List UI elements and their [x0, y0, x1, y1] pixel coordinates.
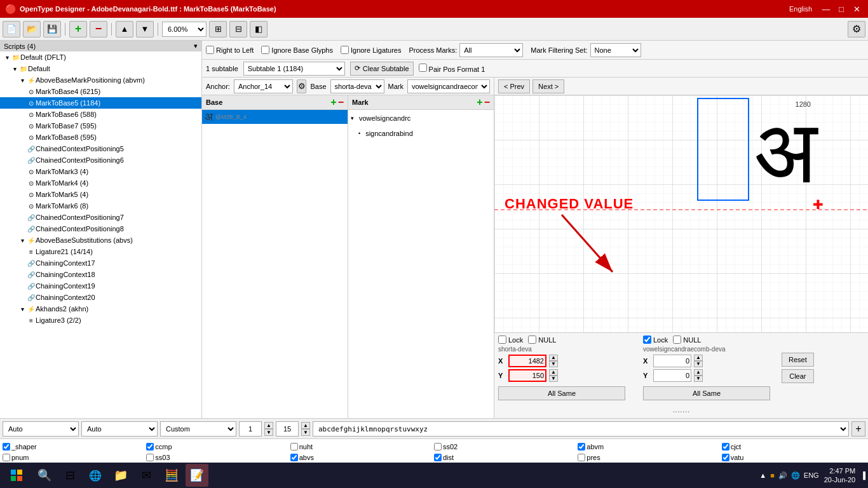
tree-scroll[interactable]: ▾ 📁 Default (DFLT) ▾ 📁 Default ▾ ⚡ Above… — [0, 51, 201, 415]
tree-item[interactable]: 🔗 ChainedContextPositioning6 — [0, 154, 201, 166]
tree-item[interactable]: ▾ 📁 Default — [0, 63, 201, 74]
all-same-mark-button[interactable]: All Same — [643, 386, 770, 400]
feature-dropdown-3[interactable]: Custom — [160, 421, 236, 437]
size-down[interactable]: ▼ — [301, 429, 310, 436]
tree-item[interactable]: 🔗 ChainedContextPositioning5 — [0, 143, 201, 154]
tree-item[interactable]: ▾ ⚡ AboveBaseMarkPositioning (abvm) — [0, 74, 201, 86]
mark-item[interactable]: ▾ vowelsigncandrc — [348, 110, 494, 126]
feat-ss02[interactable]: ss02 — [434, 442, 578, 452]
minimize-button[interactable]: — — [820, 3, 832, 15]
x-input-base[interactable]: 1482 — [508, 355, 546, 367]
x-input-mark[interactable] — [653, 355, 691, 367]
tree-item[interactable]: ≡ Ligature3 (2/2) — [0, 315, 201, 326]
mark-remove-button[interactable]: − — [484, 97, 490, 108]
x-down-base[interactable]: ▼ — [549, 361, 558, 367]
feat-ss03[interactable]: ss03 — [146, 452, 290, 463]
ignore-lig-input[interactable] — [341, 46, 349, 54]
clear-subtable-button[interactable]: ⟳ Clear Subtable — [350, 62, 414, 76]
tree-item[interactable]: ⊙ MarkToMark3 (4) — [0, 166, 201, 177]
base-col-content[interactable]: अ @M2B_B_4 — [202, 110, 348, 418]
tree-item[interactable]: ⊙ MarkToBase6 (588) — [0, 109, 201, 120]
null-base-label[interactable]: NULL — [528, 336, 556, 344]
zoom-select[interactable]: 6.00% — [162, 22, 207, 37]
taskbar-search[interactable]: 🔍 — [33, 464, 56, 487]
mark-filtering-select[interactable]: None — [590, 43, 641, 57]
tree-item[interactable]: 🔗 ChainingContext20 — [0, 292, 201, 303]
tree-item[interactable]: ⊙ MarkToBase8 (595) — [0, 132, 201, 143]
add-text-button[interactable]: + — [851, 421, 865, 437]
feature-dropdown-1[interactable]: Auto — [3, 421, 79, 437]
pair-pos-input[interactable] — [419, 64, 427, 72]
maximize-button[interactable]: □ — [835, 3, 848, 15]
feat-abvs[interactable]: abvs — [290, 452, 434, 463]
feat-nuht[interactable]: nuht — [290, 442, 434, 452]
show-desktop[interactable]: ▐ — [860, 471, 865, 479]
num-up[interactable]: ▲ — [264, 422, 273, 429]
tree-item[interactable]: ⊙ MarkToMark6 (8) — [0, 200, 201, 212]
feat-abvm[interactable]: abvm — [578, 442, 721, 452]
y-up-base[interactable]: ▲ — [549, 369, 558, 376]
feat-dist[interactable]: dist — [434, 452, 578, 463]
base-add-button[interactable]: + — [330, 97, 336, 108]
pair-pos-checkbox[interactable]: Pair Pos Format 1 — [419, 64, 485, 73]
taskbar-app[interactable]: 📝 — [186, 464, 208, 487]
mark-select[interactable]: vowelsigncandraecomb — [407, 79, 490, 93]
taskbar-task-view[interactable]: ⊟ — [58, 464, 81, 487]
right-to-left-input[interactable] — [206, 46, 214, 54]
taskbar-explorer[interactable]: 📁 — [109, 464, 132, 487]
feature-dropdown-2[interactable]: Auto — [81, 421, 158, 437]
tree-item-selected[interactable]: ⊙ MarkToBase5 (1184) — [0, 97, 201, 109]
save-button[interactable]: 💾 — [43, 21, 61, 37]
taskbar-calc[interactable]: 🧮 — [160, 464, 183, 487]
num-input[interactable] — [239, 421, 262, 437]
base-remove-button[interactable]: − — [338, 97, 344, 108]
up-button[interactable]: ▲ — [116, 21, 133, 37]
right-to-left-checkbox[interactable]: Right to Left — [206, 46, 254, 54]
null-mark-input[interactable] — [673, 336, 681, 344]
size-up[interactable]: ▲ — [301, 422, 310, 429]
taskbar-mail[interactable]: ✉ — [135, 464, 158, 487]
taskbar-edge[interactable]: 🌐 — [84, 464, 107, 487]
anchor-select[interactable]: Anchor_14 — [234, 79, 293, 93]
gear-button[interactable]: ⚙ — [848, 21, 865, 37]
feat-cjct[interactable]: cjct — [722, 442, 865, 452]
reset-button[interactable]: Reset — [782, 353, 814, 367]
feat-shaper[interactable]: _shaper — [3, 442, 146, 452]
tree-item[interactable]: ▾ ⚡ Akhands2 (akhn) — [0, 303, 201, 315]
num-down[interactable]: ▼ — [264, 429, 273, 436]
tree-item[interactable]: 🔗 ChainingContext18 — [0, 269, 201, 280]
lock-mark-input[interactable] — [643, 336, 651, 344]
x-down-mark[interactable]: ▼ — [694, 361, 703, 367]
ignore-base-glyphs-checkbox[interactable]: Ignore Base Glyphs — [261, 46, 333, 54]
tree-item[interactable]: ≡ Ligature21 (14/14) — [0, 246, 201, 257]
y-up-mark[interactable]: ▲ — [694, 369, 703, 376]
y-down-base[interactable]: ▼ — [549, 376, 558, 382]
tree-item[interactable]: ⊙ MarkToBase4 (6215) — [0, 86, 201, 97]
tree-item[interactable]: ▾ ⚡ AboveBaseSubstitutions (abvs) — [0, 234, 201, 246]
mark-item[interactable]: • signcandrabind — [348, 126, 494, 140]
tree-item[interactable]: 🔗 ChainedContextPositioning7 — [0, 212, 201, 223]
base-item[interactable]: अ @M2B_B_4 — [202, 110, 348, 124]
tree-item[interactable]: 🔗 ChainingContext19 — [0, 280, 201, 292]
null-base-input[interactable] — [528, 336, 536, 344]
next-button[interactable]: Next > — [532, 79, 564, 93]
lock-base-label[interactable]: Lock — [498, 336, 523, 344]
down-button[interactable]: ▼ — [136, 21, 154, 37]
tree-item[interactable]: 🔗 ChainedContextPositioning8 — [0, 223, 201, 234]
tree-item[interactable]: ⊙ MarkToBase7 (595) — [0, 120, 201, 132]
open-button[interactable]: 📂 — [23, 21, 41, 37]
y-input-mark[interactable] — [653, 369, 691, 382]
tree-item[interactable]: ▾ 📁 Default (DFLT) — [0, 51, 201, 63]
base-select[interactable]: shorta-deva — [330, 79, 384, 93]
lock-mark-label[interactable]: Lock — [643, 336, 668, 344]
prev-button[interactable]: < Prev — [498, 79, 530, 93]
tree-item[interactable]: ⊙ MarkToMark4 (4) — [0, 177, 201, 189]
start-button[interactable] — [3, 464, 31, 487]
feat-pres[interactable]: pres — [578, 452, 721, 463]
feat-vatu[interactable]: vatu — [722, 452, 865, 463]
grid-button[interactable]: ⊟ — [229, 21, 247, 37]
text-select[interactable]: abcdefghijklmnopqrstuvwxyz — [313, 421, 849, 437]
y-down-mark[interactable]: ▼ — [694, 376, 703, 382]
anchor-settings-button[interactable]: ⚙ — [297, 79, 306, 93]
ignore-base-input[interactable] — [261, 46, 269, 54]
